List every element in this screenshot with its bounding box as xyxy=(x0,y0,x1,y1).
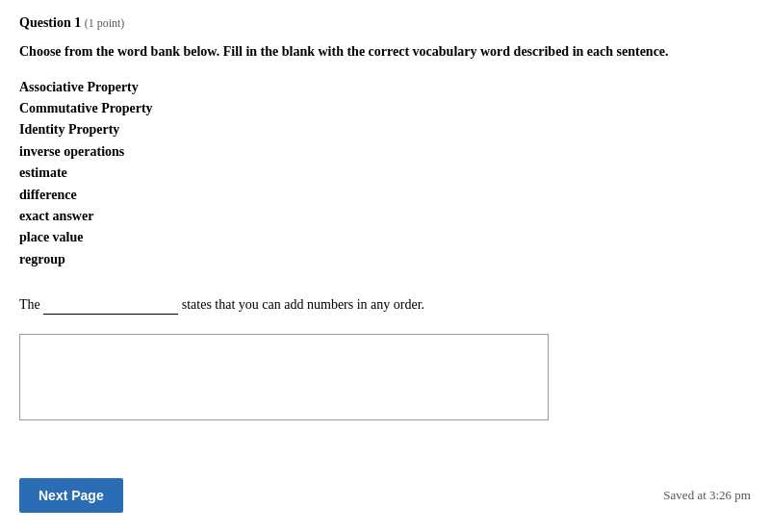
answer-textarea[interactable] xyxy=(19,334,549,420)
word-bank-item: Commutative Property xyxy=(19,98,751,119)
word-bank-item: Identity Property xyxy=(19,119,751,140)
word-bank: Associative Property Commutative Propert… xyxy=(19,77,751,271)
word-bank-item: inverse operations xyxy=(19,141,751,163)
question-number: Question 1 xyxy=(19,15,81,30)
footer: Next Page Saved at 3:26 pm xyxy=(19,478,751,513)
next-page-button[interactable]: Next Page xyxy=(19,478,123,513)
word-bank-item: exact answer xyxy=(19,206,751,227)
sentence-before-blank: The xyxy=(19,297,43,312)
sentence-after-blank: states that you can add numbers in any o… xyxy=(178,297,424,312)
blank xyxy=(43,293,178,315)
word-bank-item: Associative Property xyxy=(19,77,751,98)
instructions: Choose from the word bank below. Fill in… xyxy=(19,42,751,62)
word-bank-item: estimate xyxy=(19,163,751,184)
word-bank-item: place value xyxy=(19,227,751,248)
word-bank-item: difference xyxy=(19,185,751,206)
saved-status: Saved at 3:26 pm xyxy=(663,488,751,503)
question-points: (1 point) xyxy=(85,16,125,30)
question-header: Question 1 (1 point) xyxy=(19,15,751,31)
word-bank-item: regroup xyxy=(19,249,751,270)
sentence-area: The states that you can add numbers in a… xyxy=(19,293,751,315)
